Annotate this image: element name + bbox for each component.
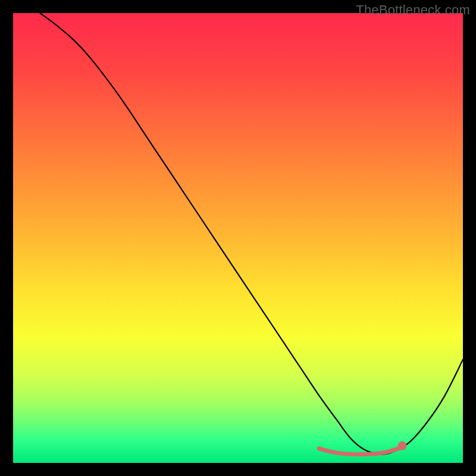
selected-point-marker bbox=[397, 441, 406, 450]
bottleneck-chart bbox=[13, 13, 463, 463]
watermark-text: TheBottleneck.com bbox=[356, 2, 470, 18]
gradient-background bbox=[13, 13, 463, 463]
chart-frame bbox=[13, 13, 463, 463]
